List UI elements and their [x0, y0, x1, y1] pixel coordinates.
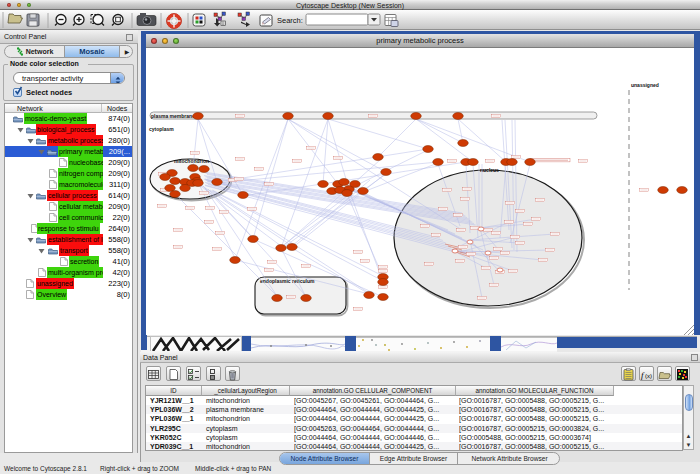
svg-text:cytoplasm: cytoplasm — [149, 126, 174, 132]
svg-text:mitochondrion: mitochondrion — [174, 158, 209, 164]
svg-text:plasma membrane: plasma membrane — [151, 113, 195, 119]
svg-text:(x): (x) — [645, 373, 652, 379]
svg-text:unassigned: unassigned — [631, 82, 659, 88]
svg-text:nucleus: nucleus — [480, 167, 499, 173]
svg-text:Search:: Search: — [277, 16, 303, 25]
